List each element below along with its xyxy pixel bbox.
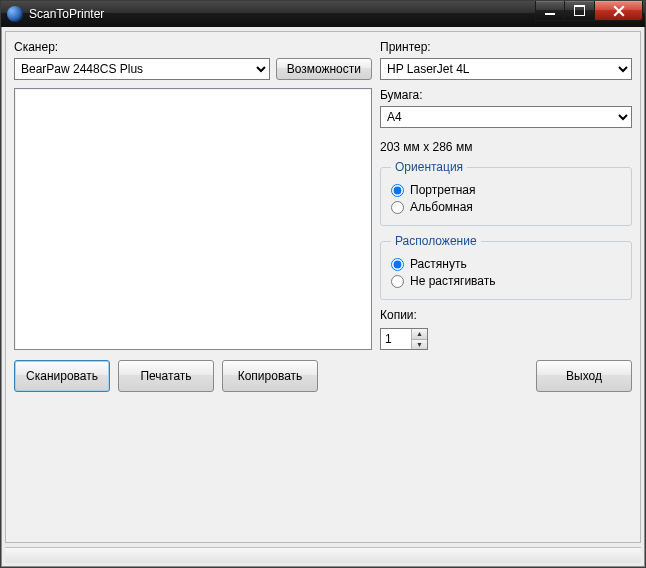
copy-button[interactable]: Копировать: [222, 360, 318, 392]
orientation-landscape-radio[interactable]: [391, 201, 404, 214]
placement-stretch-label: Растянуть: [410, 257, 467, 271]
maximize-button[interactable]: [565, 1, 595, 21]
placement-nostretch-label: Не растягивать: [410, 274, 496, 288]
orientation-portrait[interactable]: Портретная: [391, 183, 621, 197]
print-button[interactable]: Печатать: [118, 360, 214, 392]
main-columns: Сканер: BearPaw 2448CS Plus Возможности …: [14, 40, 632, 350]
client-area: Сканер: BearPaw 2448CS Plus Возможности …: [5, 31, 641, 543]
placement-group: Расположение Растянуть Не растягивать: [380, 234, 632, 300]
close-icon: [613, 5, 625, 17]
app-icon: [7, 6, 23, 22]
printer-row: HP LaserJet 4L: [380, 58, 632, 80]
scanner-label: Сканер:: [14, 40, 372, 54]
scanner-row: BearPaw 2448CS Plus Возможности: [14, 58, 372, 80]
capabilities-button[interactable]: Возможности: [276, 58, 372, 80]
copies-input[interactable]: [381, 329, 411, 349]
orientation-portrait-radio[interactable]: [391, 184, 404, 197]
copies-row: ▲ ▼: [380, 328, 632, 350]
placement-nostretch[interactable]: Не растягивать: [391, 274, 621, 288]
placement-stretch[interactable]: Растянуть: [391, 257, 621, 271]
titlebar[interactable]: ScanToPrinter: [1, 1, 645, 27]
status-bar: [5, 547, 641, 563]
scan-button[interactable]: Сканировать: [14, 360, 110, 392]
printer-label: Принтер:: [380, 40, 632, 54]
orientation-legend: Ориентация: [391, 160, 467, 174]
orientation-landscape-label: Альбомная: [410, 200, 473, 214]
printer-select[interactable]: HP LaserJet 4L: [380, 58, 632, 80]
orientation-portrait-label: Портретная: [410, 183, 475, 197]
placement-stretch-radio[interactable]: [391, 258, 404, 271]
copies-arrows: ▲ ▼: [411, 329, 427, 349]
preview-area: [14, 88, 372, 350]
paper-row: A4: [380, 106, 632, 128]
orientation-landscape[interactable]: Альбомная: [391, 200, 621, 214]
window-title: ScanToPrinter: [29, 7, 104, 21]
left-column: Сканер: BearPaw 2448CS Plus Возможности: [14, 40, 372, 350]
copies-down[interactable]: ▼: [412, 339, 427, 350]
copies-spinner[interactable]: ▲ ▼: [380, 328, 428, 350]
window-controls: [535, 1, 643, 21]
right-column: Принтер: HP LaserJet 4L Бумага: A4 203 м…: [380, 40, 632, 350]
paper-label: Бумага:: [380, 88, 632, 102]
app-window: ScanToPrinter Сканер: BearPaw 2448CS Plu…: [0, 0, 646, 568]
copies-up[interactable]: ▲: [412, 329, 427, 339]
close-button[interactable]: [595, 1, 643, 21]
paper-select[interactable]: A4: [380, 106, 632, 128]
placement-nostretch-radio[interactable]: [391, 275, 404, 288]
placement-legend: Расположение: [391, 234, 481, 248]
bottom-bar: Сканировать Печатать Копировать Выход: [14, 350, 632, 392]
exit-button[interactable]: Выход: [536, 360, 632, 392]
minimize-button[interactable]: [535, 1, 565, 21]
orientation-group: Ориентация Портретная Альбомная: [380, 160, 632, 226]
copies-label: Копии:: [380, 308, 632, 322]
scanner-select[interactable]: BearPaw 2448CS Plus: [14, 58, 270, 80]
paper-size-text: 203 мм x 286 мм: [380, 140, 632, 154]
